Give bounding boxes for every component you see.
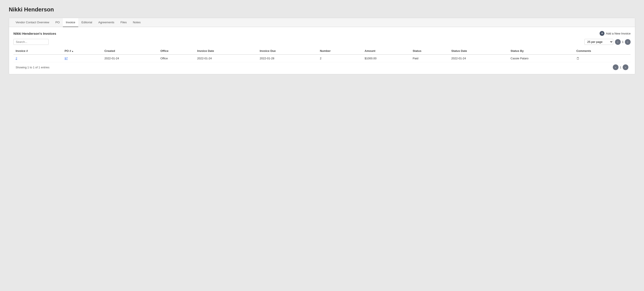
tab-notes[interactable]: Notes <box>130 18 144 27</box>
col-number: Number <box>318 48 362 54</box>
prev-page-button-top[interactable]: ‹ <box>615 39 621 45</box>
col-status-by: Status By <box>508 48 574 54</box>
tab-vendor-contact-overview[interactable]: Vendor Contact Overview <box>12 18 52 27</box>
prev-page-button-bottom[interactable]: ‹ <box>613 64 618 70</box>
add-new-label: Add a New Invoice <box>606 32 630 35</box>
col-status: Status <box>410 48 449 54</box>
per-page-select[interactable]: 10 per page 25 per page 50 per page 100 … <box>584 39 613 45</box>
tab-invoice[interactable]: Invoice <box>63 18 78 27</box>
main-card: Vendor Contact Overview PO Invoice Edito… <box>9 18 635 74</box>
cell-invoice-date: 2022-01-24 <box>195 54 258 62</box>
cell-number: 2 <box>318 54 362 62</box>
col-invoice-due: Invoice Due <box>258 48 318 54</box>
add-new-invoice-button[interactable]: + Add a New Invoice <box>600 31 630 36</box>
tab-po[interactable]: PO <box>52 18 63 27</box>
cell-status: Paid <box>410 54 449 62</box>
per-page-wrapper: 10 per page 25 per page 50 per page 100 … <box>584 39 630 45</box>
current-page-bottom: 1 <box>620 66 621 69</box>
cell-invoice-num: 2 <box>14 54 62 62</box>
tab-files[interactable]: Files <box>117 18 130 27</box>
cell-status-date: 2022-01-24 <box>449 54 508 62</box>
pagination-top: ‹ 1 › <box>615 39 630 45</box>
col-invoice-date: Invoice Date <box>195 48 258 54</box>
current-page-top: 1 <box>622 40 624 44</box>
pagination-bottom: ‹ 1 › <box>613 64 628 70</box>
po-link[interactable]: 97 <box>64 57 68 60</box>
page-title: Nikki Henderson <box>9 6 635 13</box>
plus-icon: + <box>600 31 604 36</box>
next-page-button-bottom[interactable]: › <box>623 64 628 70</box>
section-title: Nikki Henderson's Invoices <box>14 32 56 36</box>
card-body: Nikki Henderson's Invoices + Add a New I… <box>9 27 635 74</box>
cell-amount: $1000.00 <box>362 54 410 62</box>
col-created: Created <box>102 48 158 54</box>
tab-bar: Vendor Contact Overview PO Invoice Edito… <box>9 18 635 27</box>
search-input[interactable] <box>14 39 48 45</box>
cell-comments: 🗒 <box>574 54 630 62</box>
col-invoice-num: Invoice # <box>14 48 62 54</box>
comment-icon[interactable]: 🗒 <box>576 56 580 60</box>
col-office: Office <box>158 48 195 54</box>
showing-text: Showing 1 to 1 of 1 entries <box>16 66 50 69</box>
col-amount: Amount <box>362 48 410 54</box>
col-status-date: Status Date <box>449 48 508 54</box>
invoice-link[interactable]: 2 <box>16 57 17 60</box>
cell-invoice-due: 2022-01-28 <box>258 54 318 62</box>
cell-office: Office <box>158 54 195 62</box>
table-footer: Showing 1 to 1 of 1 entries ‹ 1 › <box>14 62 630 70</box>
section-header: Nikki Henderson's Invoices + Add a New I… <box>14 31 630 36</box>
toolbar: 10 per page 25 per page 50 per page 100 … <box>14 39 630 45</box>
tab-editorial[interactable]: Editorial <box>78 18 95 27</box>
invoices-table: Invoice # PO #▲ Created Office Invoice D… <box>14 48 630 62</box>
cell-status-by: Cassie Pataro <box>508 54 574 62</box>
cell-po-num: 97 <box>62 54 102 62</box>
cell-created: 2022-01-24 <box>102 54 158 62</box>
col-comments: Comments <box>574 48 630 54</box>
table-header-row: Invoice # PO #▲ Created Office Invoice D… <box>14 48 630 54</box>
next-page-button-top[interactable]: › <box>625 39 630 45</box>
tab-agreements[interactable]: Agreements <box>95 18 117 27</box>
table-row: 2 97 2022-01-24 Office 2022-01-24 2022-0… <box>14 54 630 62</box>
sort-indicator: ▲ <box>72 50 74 52</box>
col-po-num[interactable]: PO #▲ <box>62 48 102 54</box>
